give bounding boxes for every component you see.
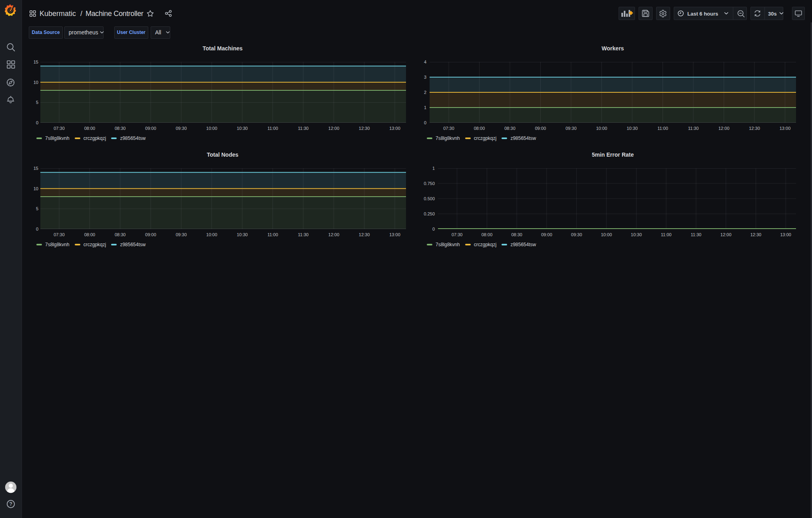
svg-text:?: ? <box>9 501 12 507</box>
